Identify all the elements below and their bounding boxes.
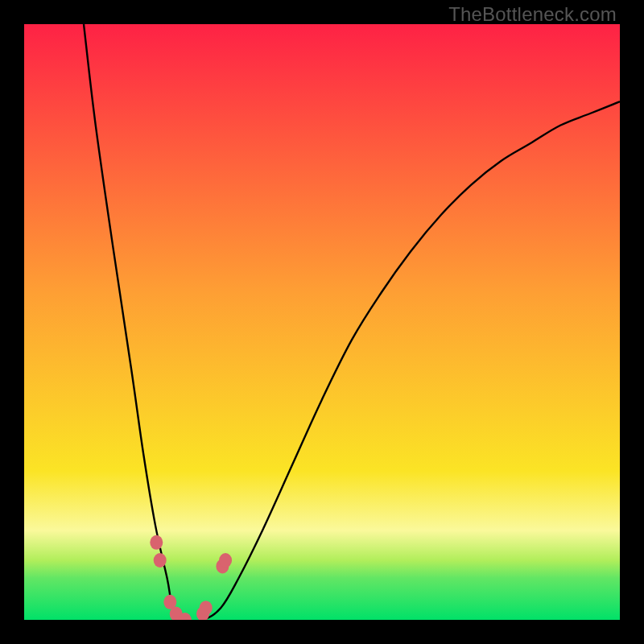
chart-plot-area xyxy=(24,24,620,620)
marker-group xyxy=(150,535,232,620)
data-marker xyxy=(219,553,232,568)
data-marker xyxy=(150,535,163,550)
data-marker xyxy=(154,553,167,568)
data-marker xyxy=(200,601,213,615)
bottleneck-curve xyxy=(24,24,620,620)
watermark-text: TheBottleneck.com xyxy=(448,3,617,26)
